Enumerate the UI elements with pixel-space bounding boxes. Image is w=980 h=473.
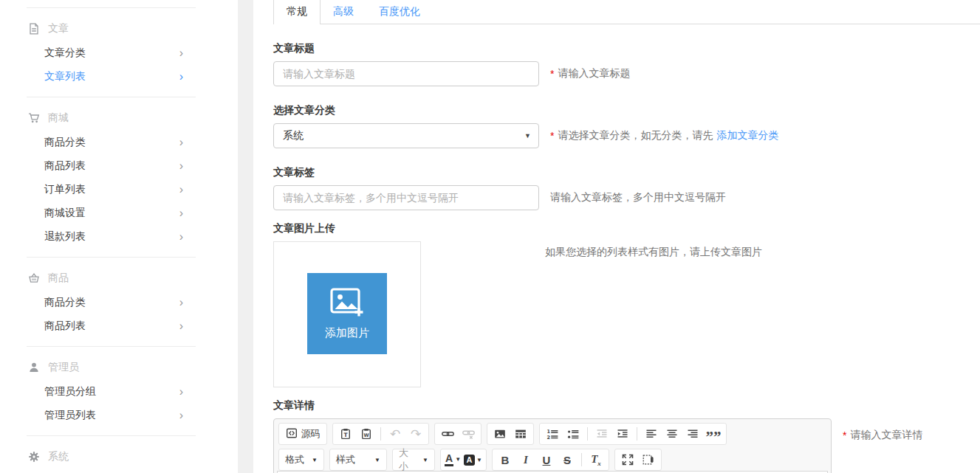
insert-image-button[interactable] [491,425,509,443]
article-tags-input[interactable] [273,185,539,210]
tab-general[interactable]: 常规 [273,0,321,24]
tab-advanced[interactable]: 高级 [321,0,366,24]
background-color-button[interactable]: A ▼ [464,455,482,466]
category-select[interactable]: 系统 ▼ [273,123,539,148]
italic-button[interactable]: I [517,451,535,469]
sidebar-section-header-admin: 管理员 [0,355,238,380]
toolbar-group-paragraph: 12 [539,423,727,445]
strikethrough-button[interactable]: S [558,451,576,469]
svg-text:1: 1 [547,429,551,435]
svg-text:T: T [343,432,348,438]
sidebar-section-header-products: 商品 [0,266,238,291]
align-center-button[interactable] [663,425,681,443]
svg-text:W: W [363,432,369,438]
article-title-input[interactable] [273,61,539,86]
dropdown-caret-icon: ▼ [422,457,428,463]
underline-button[interactable]: U [538,451,555,469]
article-title-hint: * 请输入文章标题 [550,67,630,80]
chevron-right-icon: › [179,231,183,243]
sidebar-section-label: 商品 [48,272,69,285]
style-dropdown[interactable]: 样式 ▼ [329,449,387,471]
sidebar-item-refund-list[interactable]: 退款列表 › [0,225,238,249]
article-category-label: 选择文章分类 [273,104,980,117]
sidebar-item-admin-group[interactable]: 管理员分组 › [0,380,238,404]
format-dropdown[interactable]: 格式 ▼ [278,449,324,471]
undo-button[interactable]: ↶ [386,425,404,443]
increase-indent-button[interactable] [614,425,631,443]
add-image-button[interactable]: 添加图片 [307,273,387,354]
source-button[interactable]: 源码 [283,425,323,443]
show-blocks-button[interactable] [640,451,657,469]
paste-word-button[interactable]: W [357,425,375,443]
toolbar-group-source: 源码 [278,423,327,445]
size-dropdown[interactable]: 大小 ▼ [392,449,435,471]
add-category-link[interactable]: 添加文章分类 [716,129,778,142]
sidebar-item-goods-category[interactable]: 商品分类 › [0,131,238,154]
redo-button[interactable]: ↷ [407,425,425,443]
bulleted-list-button[interactable] [564,425,582,443]
required-asterisk: * [550,130,554,142]
sidebar-item-article-category[interactable]: 文章分类 › [0,41,238,65]
sidebar-section-label: 文章 [48,22,69,35]
numbered-list-button[interactable]: 12 [544,425,561,443]
link-button[interactable] [439,425,456,443]
layout-gutter [238,0,253,473]
sidebar-section-header-mall: 商城 [0,106,238,131]
chevron-right-icon: › [179,184,183,196]
decrease-indent-button[interactable] [593,425,611,443]
remove-format-button[interactable]: Tx [587,451,605,469]
sidebar-item-order-list[interactable]: 订单列表 › [0,178,238,201]
sidebar-section-header-articles: 文章 [0,16,238,41]
article-title-label: 文章标题 [273,42,980,55]
sidebar-section-articles: 文章 文章分类 › 文章列表 › [0,7,238,89]
cart-icon [28,112,41,124]
blockquote-button[interactable]: ”” [705,425,722,443]
tab-baidu-seo[interactable]: 百度优化 [366,0,433,24]
chevron-right-icon: › [179,71,183,83]
article-detail-label: 文章详情 [273,399,980,412]
sidebar-section-label: 系统 [48,450,69,463]
add-image-button-label: 添加图片 [325,326,369,340]
main-content: 常规 高级 百度优化 文章标题 * 请输入文章标题 选择文章分类 [253,0,980,473]
sidebar-item-article-list[interactable]: 文章列表 › [0,65,238,89]
align-right-button[interactable] [684,425,702,443]
toolbar-separator [581,453,582,466]
maximize-button[interactable] [619,451,637,469]
paste-text-button[interactable]: T [337,425,354,443]
unlink-button[interactable] [459,425,477,443]
sidebar-item-goods-list[interactable]: 商品列表 › [0,154,238,178]
field-article-image: 文章图片上传 添加图片 如果您选择的列表样式有图片，请上传文章图片 [273,222,980,387]
remove-format-icon: Tx [591,453,601,467]
required-asterisk: * [843,429,846,441]
image-upload-box[interactable]: 添加图片 [273,241,421,387]
text-color-icon: A [445,453,453,466]
sidebar-item-mall-settings[interactable]: 商城设置 › [0,201,238,225]
sidebar-item-admin-list[interactable]: 管理员列表 › [0,404,238,427]
insert-table-button[interactable] [512,425,530,443]
bold-button[interactable]: B [496,451,514,469]
dropdown-caret-icon: ▼ [374,457,380,463]
toolbar-group-link [434,423,482,445]
text-color-button[interactable]: A ▼ [445,453,461,466]
dropdown-caret-icon: ▼ [312,457,318,463]
chevron-right-icon: › [179,47,183,59]
sidebar-item-basic-info[interactable]: 基本信息 › [0,469,238,473]
toolbar-separator [380,427,381,441]
toolbar-group-colors: A ▼ A ▼ [440,449,487,471]
divider [27,7,196,8]
divider [27,346,196,347]
sidebar-item-product-category[interactable]: 商品分类 › [0,291,238,314]
tab-bar: 常规 高级 百度优化 [273,0,980,24]
add-image-icon [329,287,365,322]
sidebar-item-product-list[interactable]: 商品列表 › [0,314,238,338]
field-article-detail: 文章详情 源码 [273,399,980,473]
field-article-category: 选择文章分类 系统 ▼ * 请选择文章分类，如无分类，请先 添加文章分类 [273,104,980,148]
article-detail-hint: * 请输入文章详情 [843,429,922,442]
basket-icon [28,272,41,284]
divider [27,257,196,258]
sidebar-section-mall: 商城 商品分类 › 商品列表 › 订单列表 › 商城设置 › 退款列表 › [0,97,238,249]
article-category-hint: * 请选择文章分类，如无分类，请先 添加文章分类 [550,129,778,142]
chevron-right-icon: › [179,410,183,421]
align-left-button[interactable] [643,425,660,443]
source-code-icon [286,427,298,441]
